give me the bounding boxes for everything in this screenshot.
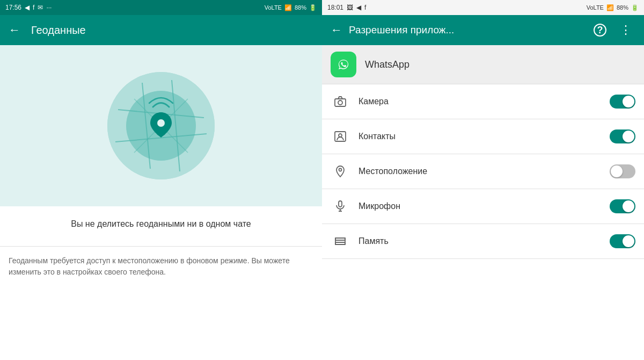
perm-name-microphone: Микрофон <box>358 201 601 211</box>
toggle-knob-location <box>611 165 623 177</box>
toggle-knob-storage <box>623 235 634 247</box>
svg-rect-13 <box>335 132 346 141</box>
permission-item-storage: Память <box>322 224 644 259</box>
toggle-location[interactable] <box>610 164 635 178</box>
perm-name-contacts: Контакты <box>358 132 601 141</box>
left-wifi-icon: 📶 <box>284 4 292 11</box>
geo-illustration <box>0 45 322 206</box>
right-status-right: VoLTE 📶 88% 🔋 <box>587 4 639 11</box>
svg-point-10 <box>335 56 352 73</box>
toggle-contacts[interactable] <box>610 129 635 143</box>
right-fb-icon: f <box>364 4 366 11</box>
permission-item-contacts: Контакты <box>322 119 644 154</box>
geo-sub-text: Геоданным требуется доступ к местоположе… <box>0 255 322 278</box>
right-back-button[interactable]: ← <box>331 23 342 37</box>
left-back-button[interactable]: ← <box>9 23 20 37</box>
geo-main-text: Вы не делитесь геоданными ни в одном чат… <box>16 219 306 229</box>
left-battery: 88% <box>295 4 306 11</box>
left-time: 17:56 <box>5 4 21 11</box>
svg-point-15 <box>339 169 342 171</box>
right-panel: 18:01 🖼 ◀ f VoLTE 📶 88% 🔋 ← Разрешения п… <box>322 0 644 360</box>
right-wifi-icon: 📶 <box>606 4 614 11</box>
whatsapp-app-icon <box>331 52 356 77</box>
left-status-bar: 17:56 ◀ f ✉ ··· VoLTE 📶 88% 🔋 <box>0 0 322 15</box>
right-header: ← Разрешения прилож... ? ⋮ <box>322 15 644 45</box>
left-battery-icon: 🔋 <box>309 4 317 11</box>
microphone-icon <box>331 197 350 216</box>
right-status-left: 18:01 🖼 ◀ f <box>327 4 366 11</box>
help-button[interactable]: ? <box>590 20 610 40</box>
help-icon: ? <box>594 24 606 37</box>
app-item: WhatsApp <box>322 45 644 84</box>
left-page-title: Геоданные <box>31 24 86 37</box>
storage-icon <box>331 232 350 251</box>
svg-rect-16 <box>339 201 342 207</box>
camera-icon <box>331 92 350 111</box>
menu-icon: ⋮ <box>620 23 632 37</box>
right-battery: 88% <box>617 4 628 11</box>
perm-name-storage: Память <box>358 236 601 246</box>
toggle-microphone[interactable] <box>610 199 635 213</box>
permission-item-microphone: Микрофон <box>322 189 644 224</box>
right-status-bar: 18:01 🖼 ◀ f VoLTE 📶 88% 🔋 <box>322 0 644 15</box>
left-fb-icon: f <box>33 4 34 11</box>
right-page-title: Разрешения прилож... <box>349 24 584 36</box>
toggle-storage[interactable] <box>610 234 635 248</box>
app-name: WhatsApp <box>365 59 409 70</box>
perm-name-location: Местоположение <box>358 167 601 176</box>
left-status-left: 17:56 ◀ f ✉ ··· <box>5 4 52 11</box>
contacts-icon <box>331 127 350 146</box>
right-gallery-icon: 🖼 <box>347 4 353 11</box>
map-svg <box>107 72 215 179</box>
right-signal-text: VoLTE <box>587 4 604 11</box>
toggle-knob-camera <box>623 96 634 107</box>
permission-item-camera: Камера <box>322 84 644 119</box>
menu-button[interactable]: ⋮ <box>616 20 635 40</box>
left-nav-icon: ◀ <box>25 4 30 11</box>
geo-outer-circle <box>107 72 215 179</box>
permission-item-location: Местоположение <box>322 154 644 189</box>
svg-point-12 <box>338 100 342 105</box>
perm-name-camera: Камера <box>358 97 601 106</box>
toggle-knob-contacts <box>623 131 634 142</box>
toggle-knob-microphone <box>623 200 634 212</box>
left-header: ← Геоданные <box>0 15 322 45</box>
whatsapp-svg <box>335 56 352 73</box>
geo-divider <box>0 246 322 247</box>
permission-list: КамераКонтактыМестоположениеМикрофонПамя… <box>322 84 644 360</box>
right-time: 18:01 <box>327 4 343 11</box>
toggle-camera[interactable] <box>610 95 635 109</box>
location-icon <box>331 162 350 181</box>
right-nav-icon: ◀ <box>356 4 361 11</box>
geo-text-area: Вы не делитесь геоданными ни в одном чат… <box>0 206 322 246</box>
left-signal-text: VoLTE <box>265 4 282 11</box>
left-status-right: VoLTE 📶 88% 🔋 <box>265 4 317 11</box>
svg-point-9 <box>157 119 165 127</box>
left-panel: 17:56 ◀ f ✉ ··· VoLTE 📶 88% 🔋 ← Геоданны… <box>0 0 322 360</box>
right-battery-icon: 🔋 <box>631 4 639 11</box>
left-dots: ··· <box>46 4 52 11</box>
left-msg-icon: ✉ <box>38 4 43 11</box>
